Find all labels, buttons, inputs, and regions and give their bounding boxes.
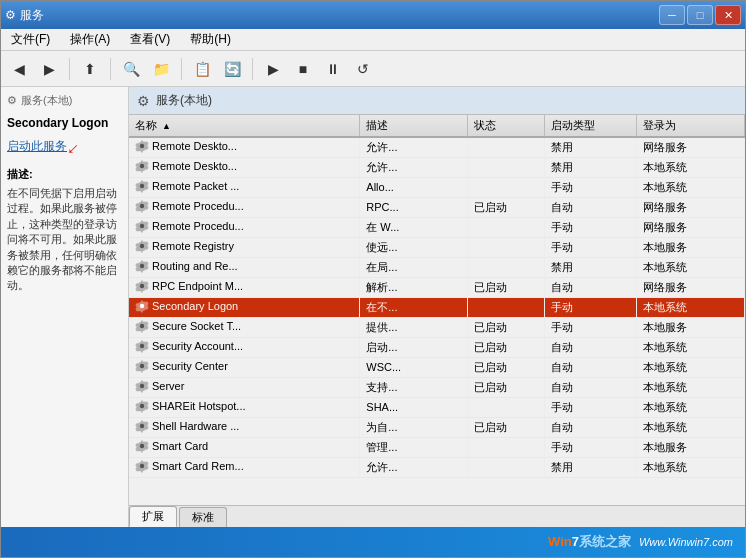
close-button[interactable]: ✕ <box>715 5 741 25</box>
menu-file[interactable]: 文件(F) <box>5 29 56 50</box>
play-button[interactable]: ▶ <box>259 56 287 82</box>
gear-icon: ⚙ <box>7 94 17 107</box>
app-icon: ⚙ <box>5 8 16 22</box>
cell-startup: 禁用 <box>544 457 636 477</box>
cell-name: Remote Procedu... <box>129 217 360 237</box>
cell-startup: 手动 <box>544 177 636 197</box>
cell-desc: 为自... <box>360 417 468 437</box>
cell-desc: 在不... <box>360 297 468 317</box>
menu-help[interactable]: 帮助(H) <box>184 29 237 50</box>
cell-name: Routing and Re... <box>129 257 360 277</box>
cell-startup: 手动 <box>544 317 636 337</box>
forward-button[interactable]: ▶ <box>35 56 63 82</box>
table-row[interactable]: Security Account... 启动... 已启动 自动 本地系统 <box>129 337 745 357</box>
table-row[interactable]: SHAREit Hotspot... SHA... 手动 本地系统 <box>129 397 745 417</box>
cell-name: Smart Card <box>129 437 360 457</box>
watermark-bar: Win7系统之家 Www.Winwin7.com <box>1 527 745 557</box>
properties-button[interactable]: 📋 <box>188 56 216 82</box>
cell-name: Remote Deskto... <box>129 157 360 177</box>
cell-status <box>468 137 545 157</box>
cell-logon: 本地系统 <box>637 457 745 477</box>
cell-startup: 自动 <box>544 357 636 377</box>
cell-desc: 使远... <box>360 237 468 257</box>
col-header-name[interactable]: 名称 ▲ <box>129 115 360 137</box>
cell-desc: RPC... <box>360 197 468 217</box>
table-row[interactable]: Server 支持... 已启动 自动 本地系统 <box>129 377 745 397</box>
toolbar: ◀ ▶ ⬆ 🔍 📁 📋 🔄 ▶ ■ ⏸ ↺ <box>1 51 745 87</box>
col-header-startup[interactable]: 启动类型 <box>544 115 636 137</box>
stop-button[interactable]: ■ <box>289 56 317 82</box>
table-row[interactable]: Shell Hardware ... 为自... 已启动 自动 本地系统 <box>129 417 745 437</box>
col-header-desc[interactable]: 描述 <box>360 115 468 137</box>
cell-status <box>468 177 545 197</box>
minimize-button[interactable]: ─ <box>659 5 685 25</box>
titlebar: ⚙ 服务 ─ □ ✕ <box>1 1 745 29</box>
up-button[interactable]: ⬆ <box>76 56 104 82</box>
restart-button[interactable]: ↺ <box>349 56 377 82</box>
main-window: ⚙ 服务 ─ □ ✕ 文件(F) 操作(A) 查看(V) 帮助(H) ◀ ▶ ⬆… <box>0 0 746 558</box>
toolbar-separator-3 <box>181 58 182 80</box>
table-row[interactable]: Remote Deskto... 允许... 禁用 网络服务 <box>129 137 745 157</box>
cell-startup: 自动 <box>544 197 636 217</box>
back-button[interactable]: ◀ <box>5 56 33 82</box>
table-row[interactable]: Remote Procedu... 在 W... 手动 网络服务 <box>129 217 745 237</box>
tab-extended[interactable]: 扩展 <box>129 506 177 527</box>
menu-actions[interactable]: 操作(A) <box>64 29 116 50</box>
table-row[interactable]: Smart Card Rem... 允许... 禁用 本地系统 <box>129 457 745 477</box>
cell-name: RPC Endpoint M... <box>129 277 360 297</box>
cell-logon: 本地服务 <box>637 437 745 457</box>
cell-status <box>468 157 545 177</box>
description-text: 在不同凭据下启用启动过程。如果此服务被停止，这种类型的登录访问将不可用。如果此服… <box>7 186 122 294</box>
cell-desc: WSC... <box>360 357 468 377</box>
right-panel-header: ⚙ 服务(本地) <box>129 87 745 115</box>
description-label: 描述: <box>7 167 122 182</box>
cell-name: Security Center <box>129 357 360 377</box>
table-row[interactable]: Secure Socket T... 提供... 已启动 手动 本地服务 <box>129 317 745 337</box>
col-header-status[interactable]: 状态 <box>468 115 545 137</box>
table-row[interactable]: Remote Registry 使远... 手动 本地服务 <box>129 237 745 257</box>
table-row[interactable]: Security Center WSC... 已启动 自动 本地系统 <box>129 357 745 377</box>
table-row[interactable]: Remote Procedu... RPC... 已启动 自动 网络服务 <box>129 197 745 217</box>
services-table-container[interactable]: 名称 ▲ 描述 状态 启动类型 登录为 Remote Deskto... 允许.… <box>129 115 745 505</box>
table-row[interactable]: Remote Packet ... Allo... 手动 本地系统 <box>129 177 745 197</box>
tab-standard[interactable]: 标准 <box>179 507 227 527</box>
cell-desc: 管理... <box>360 437 468 457</box>
cell-desc: 支持... <box>360 377 468 397</box>
cell-logon: 本地系统 <box>637 177 745 197</box>
cell-logon: 网络服务 <box>637 277 745 297</box>
table-row[interactable]: Remote Deskto... 允许... 禁用 本地系统 <box>129 157 745 177</box>
search-button[interactable]: 🔍 <box>117 56 145 82</box>
cell-status: 已启动 <box>468 377 545 397</box>
menubar: 文件(F) 操作(A) 查看(V) 帮助(H) <box>1 29 745 51</box>
cell-startup: 自动 <box>544 337 636 357</box>
table-header: 名称 ▲ 描述 状态 启动类型 登录为 <box>129 115 745 137</box>
refresh-button[interactable]: 🔄 <box>218 56 246 82</box>
table-row[interactable]: RPC Endpoint M... 解析... 已启动 自动 网络服务 <box>129 277 745 297</box>
folder-button[interactable]: 📁 <box>147 56 175 82</box>
cell-name: Security Account... <box>129 337 360 357</box>
service-display-name: Secondary Logon <box>7 116 122 130</box>
cell-status <box>468 397 545 417</box>
cell-desc: 在局... <box>360 257 468 277</box>
cell-startup: 手动 <box>544 237 636 257</box>
bottom-tabs: 扩展 标准 <box>129 505 745 527</box>
cell-logon: 本地系统 <box>637 377 745 397</box>
col-header-logon[interactable]: 登录为 <box>637 115 745 137</box>
cell-startup: 手动 <box>544 217 636 237</box>
cell-name: Remote Deskto... <box>129 137 360 157</box>
cell-name: Server <box>129 377 360 397</box>
cell-status: 已启动 <box>468 357 545 377</box>
watermark-url: Www.Winwin7.com <box>639 536 733 548</box>
menu-view[interactable]: 查看(V) <box>124 29 176 50</box>
table-row[interactable]: Routing and Re... 在局... 禁用 本地系统 <box>129 257 745 277</box>
cell-startup: 禁用 <box>544 257 636 277</box>
cell-status: 已启动 <box>468 417 545 437</box>
cell-logon: 本地服务 <box>637 317 745 337</box>
maximize-button[interactable]: □ <box>687 5 713 25</box>
cell-name: Smart Card Rem... <box>129 457 360 477</box>
table-row[interactable]: Secondary Logon 在不... 手动 本地系统 <box>129 297 745 317</box>
toolbar-separator-4 <box>252 58 253 80</box>
pause-button[interactable]: ⏸ <box>319 56 347 82</box>
table-row[interactable]: Smart Card 管理... 手动 本地服务 <box>129 437 745 457</box>
start-service-link[interactable]: 启动此服务 <box>7 138 67 155</box>
